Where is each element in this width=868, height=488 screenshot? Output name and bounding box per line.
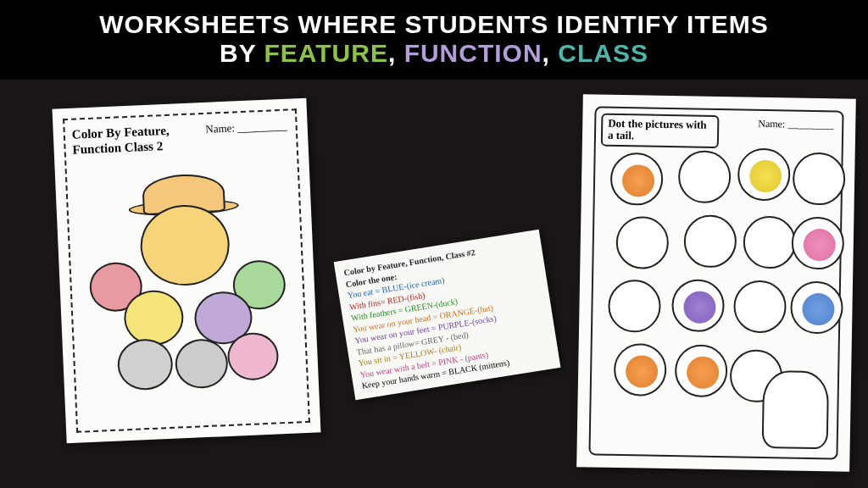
chef-illustration: [762, 370, 830, 449]
dot-orange: [626, 355, 659, 388]
color-key-card: Color by Feature, Function, Class #2 Col…: [334, 230, 561, 400]
circle-item: [610, 152, 664, 206]
dot-orange: [622, 164, 655, 197]
worksheet2-border: Dot the pictures with a tail. Name: ____…: [588, 106, 843, 459]
header-line-2: BY FEATURE, FUNCTION, CLASS: [0, 39, 868, 68]
feature-word: FEATURE: [264, 39, 387, 67]
worksheet-dot-pictures: Dot the pictures with a tail. Name: ____…: [576, 94, 856, 472]
dot-orange: [687, 356, 720, 389]
segment-yellow: [123, 289, 185, 347]
circle-item: [790, 281, 843, 335]
circle-item: [683, 214, 737, 268]
circle-item: [614, 343, 667, 396]
circle-item: [671, 279, 725, 332]
worksheet-color-by-feature: Color By Feature, Function Class 2 Name:…: [53, 98, 321, 444]
circle-item: [678, 150, 732, 203]
worksheet-border: Color By Feature, Function Class 2 Name:…: [63, 108, 310, 433]
segment-pink: [226, 331, 279, 381]
dot-blue: [802, 293, 835, 326]
dot-purple: [683, 291, 716, 324]
header-banner: WORKSHEETS WHERE STUDENTS IDENTIFY ITEMS…: [0, 0, 868, 80]
class-word: CLASS: [558, 39, 648, 67]
circle-item: [793, 152, 846, 206]
circle-item: [675, 344, 728, 397]
caterpillar-illustration: [80, 169, 301, 399]
circle-item: [615, 216, 669, 269]
segment-grey-2: [175, 338, 229, 390]
segment-grey-1: [117, 338, 175, 391]
circle-item: [608, 280, 661, 333]
worksheet1-title: Color By Feature, Function Class 2: [71, 122, 192, 158]
by-text: BY: [220, 39, 256, 67]
photo-area: Color By Feature, Function Class 2 Name:…: [0, 80, 868, 488]
circle-item: [743, 216, 796, 269]
dot-yellow: [749, 160, 782, 193]
worksheet2-name-label: Name: _________: [758, 118, 833, 132]
dot-pink: [803, 229, 836, 262]
circle-item: [737, 147, 791, 201]
circle-grid: [598, 152, 835, 452]
header-line-1: WORKSHEETS WHERE STUDENTS IDENTIFY ITEMS: [0, 10, 868, 39]
caterpillar-face: [139, 203, 231, 287]
circle-item: [791, 217, 844, 270]
function-word: FUNCTION: [404, 39, 542, 67]
worksheet2-title: Dot the pictures with a tail.: [601, 114, 720, 148]
circle-item: [733, 280, 787, 333]
worksheet1-name-label: Name: _________: [205, 119, 287, 136]
